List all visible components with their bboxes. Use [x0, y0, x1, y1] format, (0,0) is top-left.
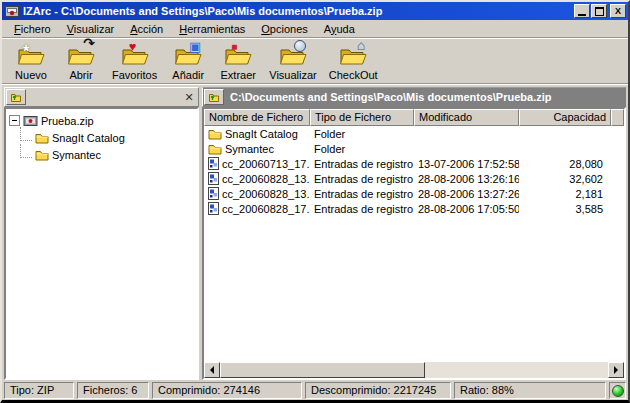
minimize-icon: [578, 14, 586, 16]
file-row[interactable]: SnagIt CatalogFolder: [204, 126, 624, 141]
status-panel-2: Comprimido: 274146: [152, 382, 302, 399]
window-title: IZArc - C:\Documents and Settings\Paco\M…: [23, 5, 574, 17]
izarc-window: IZArc - C:\Documents and Settings\Paco\M…: [0, 0, 630, 403]
tree-collapse-toggle[interactable]: [9, 115, 20, 126]
tree-item-label: Symantec: [52, 149, 101, 161]
column-header-3[interactable]: Capacidad: [519, 109, 611, 126]
status-panel-4: Ratio: 88%: [454, 382, 606, 399]
file-list: Nombre de FicheroTipo de FicheroModifica…: [202, 107, 626, 380]
column-header-stub: [611, 109, 624, 126]
registry-file-icon: [208, 157, 219, 170]
menu-item-fichero[interactable]: Fichero: [7, 22, 58, 36]
minimize-button[interactable]: [574, 4, 590, 18]
new-archive-icon: *: [16, 41, 46, 68]
view-icon: [278, 41, 308, 68]
menu-item-ayuda[interactable]: Ayuda: [317, 22, 362, 36]
app-icon: [5, 4, 19, 18]
status-bar: Tipo: ZIPFicheros: 6Comprimido: 274146De…: [2, 380, 628, 400]
toolbar-button-label: Favoritos: [112, 69, 157, 81]
file-type: Folder: [314, 143, 345, 155]
registry-file-icon: [208, 172, 219, 185]
menu-item-visualizar[interactable]: Visualizar: [60, 22, 122, 36]
file-row[interactable]: cc_20060828_13...Entradas de registro28-…: [204, 186, 624, 201]
close-icon: X: [615, 7, 621, 16]
checkout-icon: ⌂: [338, 41, 368, 68]
toolbar-button-visualizar[interactable]: Visualizar: [265, 40, 321, 82]
toolbar-button-aadir[interactable]: ▣Añadir: [165, 40, 211, 82]
tree-panel-close-button[interactable]: ✕: [181, 89, 197, 105]
file-type: Entradas de registro: [314, 173, 413, 185]
toolbar-button-label: CheckOut: [329, 69, 378, 81]
menu-item-accin[interactable]: Acción: [123, 22, 170, 36]
toolbar-button-extraer[interactable]: ■Extraer: [215, 40, 261, 82]
registry-file-icon: [208, 202, 219, 215]
arrow-left-icon: [210, 366, 214, 374]
column-header-0[interactable]: Nombre de Fichero: [204, 109, 310, 126]
toolbar-button-label: Nuevo: [15, 69, 47, 81]
list-panel-header: C:\Documents and Settings\Paco\Mis docum…: [202, 87, 626, 107]
main-area: ✕ Prueba.zipSnagIt CatalogSymantec C:\Do…: [2, 85, 628, 380]
tree-panel-button[interactable]: [6, 89, 26, 105]
add-files-icon: ▣: [173, 41, 203, 68]
maximize-button[interactable]: [591, 4, 607, 18]
horizontal-scrollbar: [204, 362, 624, 378]
scrollbar-track[interactable]: [220, 362, 608, 378]
current-archive-path: C:\Documents and Settings\Paco\Mis docum…: [224, 91, 552, 103]
list-panel-button[interactable]: [204, 89, 224, 105]
toolbar-button-label: Abrir: [69, 69, 92, 81]
scroll-left-button[interactable]: [204, 362, 220, 378]
toolbar-button-checkout[interactable]: ⌂CheckOut: [325, 40, 382, 82]
menu-item-opciones[interactable]: Opciones: [254, 22, 314, 36]
toolbar-button-abrir[interactable]: ↷Abrir: [58, 40, 104, 82]
file-modified: 28-08-2006 17:05:50: [418, 203, 519, 215]
tree-item[interactable]: Symantec: [9, 146, 197, 163]
tree-item[interactable]: SnagIt Catalog: [9, 129, 197, 146]
extract-icon: ■: [223, 41, 253, 68]
file-type: Folder: [314, 128, 345, 140]
favorites-icon: ♥: [120, 41, 150, 68]
toolbar-button-favoritos[interactable]: ♥Favoritos: [108, 40, 161, 82]
file-name: cc_20060828_13...: [222, 188, 310, 200]
file-list-panel: C:\Documents and Settings\Paco\Mis docum…: [202, 87, 626, 380]
file-name: cc_20060713_17...: [222, 158, 310, 170]
tree-item[interactable]: Prueba.zip: [9, 112, 197, 129]
status-led-panel: [609, 382, 626, 399]
column-header-2[interactable]: Modificado: [414, 109, 519, 126]
maximize-icon: [595, 7, 604, 16]
file-row[interactable]: cc_20060828_17...Entradas de registro28-…: [204, 201, 624, 216]
file-rows: SnagIt CatalogFolderSymantecFoldercc_200…: [204, 126, 624, 362]
toolbar-button-nuevo[interactable]: *Nuevo: [8, 40, 54, 82]
tree-connector: [20, 127, 32, 141]
folder-up-icon: [208, 92, 220, 103]
column-header-1[interactable]: Tipo de Fichero: [310, 109, 414, 126]
file-modified: 28-08-2006 13:26:16: [418, 173, 519, 185]
file-row[interactable]: SymantecFolder: [204, 141, 624, 156]
registry-file-icon: [208, 187, 219, 200]
tree-item-label: Prueba.zip: [41, 115, 94, 127]
scrollbar-thumb[interactable]: [220, 362, 425, 378]
file-modified: 13-07-2006 17:52:58: [418, 158, 519, 170]
close-button[interactable]: X: [610, 4, 626, 18]
toolbar-button-label: Extraer: [221, 69, 256, 81]
file-size: 3,585: [575, 203, 603, 215]
file-type: Entradas de registro: [314, 158, 413, 170]
menu-item-herramientas[interactable]: Herramientas: [172, 22, 252, 36]
file-row[interactable]: cc_20060828_13...Entradas de registro28-…: [204, 171, 624, 186]
file-modified: 28-08-2006 13:27:26: [418, 188, 519, 200]
folder-icon: [208, 128, 222, 140]
archive-tree: Prueba.zipSnagIt CatalogSymantec: [4, 107, 199, 380]
file-type: Entradas de registro: [314, 203, 413, 215]
file-row[interactable]: cc_20060713_17...Entradas de registro13-…: [204, 156, 624, 171]
scroll-right-button[interactable]: [608, 362, 624, 378]
ready-led-icon: [612, 385, 624, 397]
title-bar: IZArc - C:\Documents and Settings\Paco\M…: [2, 2, 628, 20]
toolbar-button-label: Añadir: [172, 69, 204, 81]
file-size: 28,080: [569, 158, 603, 170]
status-panel-0: Tipo: ZIP: [4, 382, 74, 399]
tree-connector: [20, 144, 32, 158]
folder-icon: [35, 132, 49, 144]
tree-panel: ✕ Prueba.zipSnagIt CatalogSymantec: [4, 87, 199, 380]
menu-bar: FicheroVisualizarAcciónHerramientasOpcio…: [2, 20, 628, 37]
file-name: Symantec: [225, 143, 274, 155]
file-size: 32,602: [569, 173, 603, 185]
